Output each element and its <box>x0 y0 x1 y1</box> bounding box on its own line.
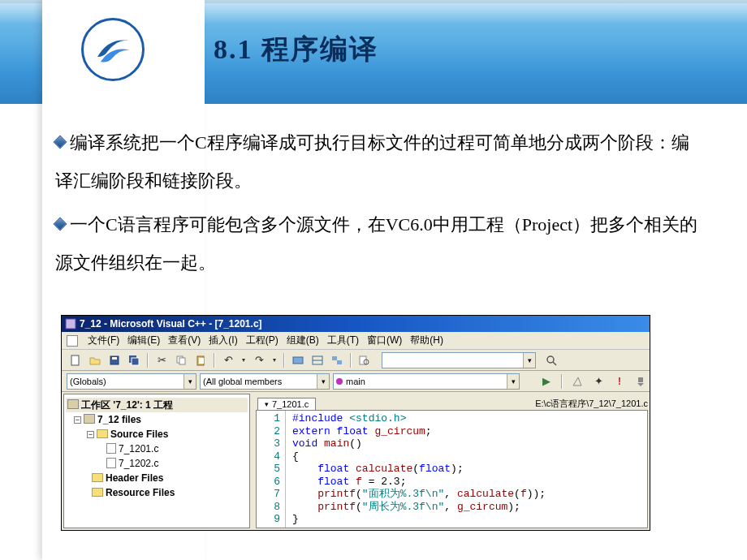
editor-file-path: E:\c语言程序\7_12\7_1201.c <box>535 398 648 410</box>
paste-button[interactable] <box>192 352 209 368</box>
toolbar-separator <box>283 353 285 368</box>
svg-rect-2 <box>71 355 79 365</box>
save-all-button[interactable] <box>125 352 143 368</box>
svg-rect-6 <box>132 358 139 365</box>
line-number: 9 <box>257 513 280 526</box>
line-number: 7 <box>257 488 280 501</box>
diamond-bullet-icon <box>54 217 67 230</box>
code-text[interactable]: #include <stdio.h> extern float g_circum… <box>286 411 647 528</box>
menu-view[interactable]: 查看(V) <box>168 334 201 347</box>
tree-file-label: 7_1201.c <box>119 443 158 454</box>
ide-titlebar[interactable]: 7_12 - Microsoft Visual C++ - [7_1201.c] <box>62 316 650 332</box>
tree-source-folder-row[interactable]: −Source Files <box>66 427 248 442</box>
svg-rect-8 <box>179 358 185 364</box>
menu-tools[interactable]: 工具(T) <box>327 334 359 347</box>
find-combo[interactable]: ▾ <box>382 352 536 368</box>
tree-header-label: Header Files <box>106 472 163 484</box>
svg-rect-16 <box>360 356 366 364</box>
tree-workspace-row[interactable]: 工作区 '7_12': 1 工程 <box>66 398 248 412</box>
folder-icon <box>92 473 103 482</box>
line-number: 8 <box>257 501 280 514</box>
svg-point-0 <box>93 30 132 69</box>
wizard-down-button[interactable] <box>632 373 650 390</box>
toolbar-separator <box>147 353 149 368</box>
menu-insert[interactable]: 插入(I) <box>209 334 237 347</box>
slide-title: 8.1 程序编译 <box>214 31 378 68</box>
line-number-gutter: 1 2 3 4 5 6 7 8 9 <box>257 411 286 528</box>
wizard-wand-button[interactable]: ✦ <box>589 373 607 390</box>
tree-collapse-icon[interactable]: − <box>74 416 81 424</box>
menu-help[interactable]: 帮助(H) <box>410 334 443 347</box>
menu-build[interactable]: 组建(B) <box>287 334 319 347</box>
diamond-bullet-icon <box>54 136 67 149</box>
members-combo[interactable]: (All global members ▾ <box>200 373 330 390</box>
cut-button[interactable]: ✂ <box>153 352 171 368</box>
svg-line-19 <box>553 362 556 365</box>
file-icon <box>106 443 116 454</box>
menu-edit[interactable]: 编辑(E) <box>127 334 160 347</box>
toolbar-separator <box>561 374 563 389</box>
redo-button[interactable]: ↷ <box>250 352 268 368</box>
tree-collapse-icon[interactable]: − <box>87 431 94 438</box>
svg-rect-4 <box>112 357 117 360</box>
folder-icon <box>92 488 103 497</box>
ide-body: 工作区 '7_12': 1 工程 −7_12 files −Source Fil… <box>62 392 650 530</box>
project-icon <box>84 414 95 424</box>
find-in-files-button[interactable] <box>356 352 374 368</box>
university-logo <box>81 18 145 81</box>
tree-file-row[interactable]: 7_1202.c <box>66 456 248 471</box>
new-file-button[interactable] <box>67 352 84 368</box>
workspace-tree[interactable]: 工作区 '7_12': 1 工程 −7_12 files −Source Fil… <box>63 394 250 528</box>
undo-button[interactable]: ↶ <box>219 352 237 368</box>
toolbar-separator <box>350 353 352 368</box>
line-number: 2 <box>257 425 280 438</box>
editor-tab-strip: ▾ 7_1201.c E:\c语言程序\7_12\7_1201.c <box>256 394 648 410</box>
svg-rect-15 <box>337 360 342 364</box>
chevron-down-icon: ▾ <box>507 374 519 389</box>
logo-swoosh-icon <box>93 29 133 70</box>
wizard-action-button[interactable] <box>568 373 586 390</box>
tree-resource-folder-row[interactable]: Resource Files <box>66 485 248 500</box>
copy-button[interactable] <box>172 352 190 368</box>
undo-dropdown[interactable]: ▾ <box>239 352 248 368</box>
tree-header-folder-row[interactable]: Header Files <box>66 471 248 485</box>
function-dot-icon <box>336 378 343 385</box>
open-file-button[interactable] <box>86 352 104 368</box>
tree-source-label: Source Files <box>110 429 168 440</box>
line-number: 1 <box>257 412 280 425</box>
file-icon <box>106 458 116 468</box>
code-editor[interactable]: 1 2 3 4 5 6 7 8 9 #include <stdio.h> ext… <box>256 410 648 528</box>
bullet-text: 一个C语言程序可能包含多个源文件，在VC6.0中用工程（Project）把多个相… <box>55 214 697 273</box>
editor-tab-active[interactable]: ▾ 7_1201.c <box>257 398 316 410</box>
workspace-icon <box>67 399 79 409</box>
save-button[interactable] <box>106 352 123 368</box>
folder-icon <box>97 429 108 438</box>
go-button[interactable]: ▶ <box>538 373 555 390</box>
menu-project[interactable]: 工程(P) <box>246 334 279 347</box>
wizard-exclaim-button[interactable]: ! <box>611 373 628 390</box>
bullet-text: 编译系统把一个C程序编译成可执行目标文件的过程可简单地分成两个阶段：编译汇编阶段… <box>55 132 689 191</box>
function-combo[interactable]: main ▾ <box>333 373 520 390</box>
redo-dropdown[interactable]: ▾ <box>270 352 279 368</box>
scope-combo[interactable]: (Globals) ▾ <box>67 373 196 390</box>
menu-file[interactable]: 文件(F) <box>88 334 119 347</box>
editor-pane: ▾ 7_1201.c E:\c语言程序\7_12\7_1201.c 1 2 3 … <box>256 394 648 528</box>
vc6-ide-screenshot: 7_12 - Microsoft Visual C++ - [7_1201.c]… <box>61 315 650 531</box>
line-number: 3 <box>257 437 280 450</box>
menu-window[interactable]: 窗口(W) <box>367 334 402 347</box>
chevron-down-icon: ▾ <box>523 353 535 368</box>
tree-project-row[interactable]: −7_12 files <box>66 412 248 427</box>
window-list-button[interactable] <box>328 352 346 368</box>
tree-file-row[interactable]: 7_1201.c <box>66 442 248 456</box>
ide-toolbar-standard: ✂ ↶ ▾ ↷ ▾ ▾ <box>62 350 650 371</box>
tree-workspace-label: 工作区 '7_12': 1 工程 <box>81 399 173 411</box>
function-combo-value: main <box>346 377 365 386</box>
workspace-button[interactable] <box>289 352 307 368</box>
find-button[interactable] <box>542 352 560 368</box>
scope-combo-value: (Globals) <box>70 377 106 386</box>
line-number: 6 <box>257 476 280 489</box>
app-icon <box>65 318 76 330</box>
output-button[interactable] <box>309 352 326 368</box>
chevron-down-icon: ▾ <box>265 400 269 408</box>
window-title: 7_12 - Microsoft Visual C++ - [7_1201.c] <box>80 318 262 330</box>
